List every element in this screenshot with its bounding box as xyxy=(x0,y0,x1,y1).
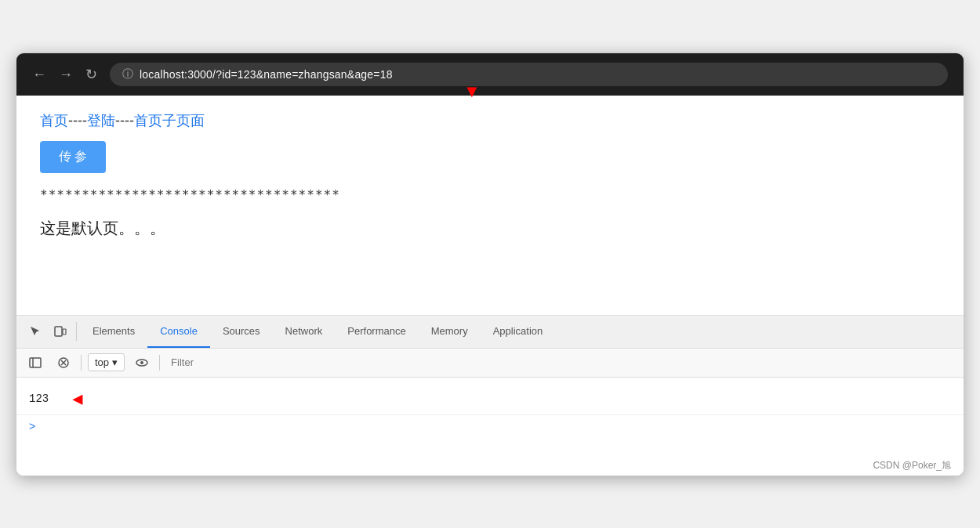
console-prompt-row[interactable]: > xyxy=(16,415,964,437)
svg-rect-0 xyxy=(55,327,62,336)
console-separator-1 xyxy=(81,355,82,371)
sidebar-icon xyxy=(29,356,42,369)
nav-sep-2: ---- xyxy=(115,113,134,128)
tab-sources[interactable]: Sources xyxy=(210,316,273,348)
console-value-row: 123 ◀ xyxy=(16,384,964,415)
tab-network[interactable]: Network xyxy=(273,316,336,348)
default-page-text: 这是默认页。。。 xyxy=(40,218,940,239)
tab-console[interactable]: Console xyxy=(147,316,210,348)
chuancan-button[interactable]: 传 参 xyxy=(40,141,106,173)
nav-links: 首页----登陆----首页子页面 xyxy=(40,111,940,130)
sidebar-toggle-button[interactable] xyxy=(24,353,46,372)
cursor-icon xyxy=(29,325,42,338)
url-text: localhost:3000/?id=123&name=zhangsan&age… xyxy=(140,68,393,81)
clear-icon xyxy=(57,356,70,369)
subpage-link[interactable]: 首页子页面 xyxy=(134,113,205,128)
devtools-separator-1 xyxy=(76,322,77,341)
home-link[interactable]: 首页 xyxy=(40,113,68,128)
eye-icon-button[interactable] xyxy=(131,353,153,372)
top-label: top xyxy=(95,356,109,368)
devtools-panel: Elements Console Sources Network Perform… xyxy=(16,315,964,476)
console-toolbar: top ▾ xyxy=(16,349,964,378)
page-content: ▼ 首页----登陆----首页子页面 传 参 ****************… xyxy=(16,96,964,315)
dropdown-arrow: ▾ xyxy=(112,356,118,368)
prompt-symbol: > xyxy=(29,420,35,432)
red-arrow-icon: ◀ xyxy=(72,389,82,410)
console-separator-2 xyxy=(159,355,160,371)
back-button[interactable]: ← xyxy=(32,67,46,81)
login-link[interactable]: 登陆 xyxy=(87,113,115,128)
svg-rect-1 xyxy=(63,329,66,335)
watermark: CSDN @Poker_旭 xyxy=(16,456,964,476)
tab-performance[interactable]: Performance xyxy=(335,316,418,348)
filter-input[interactable] xyxy=(166,355,956,370)
svg-rect-2 xyxy=(30,358,41,367)
tab-application[interactable]: Application xyxy=(481,316,556,348)
top-dropdown[interactable]: top ▾ xyxy=(88,353,125,371)
address-bar: ← → ↻ ⓘ localhost:3000/?id=123&name=zhan… xyxy=(16,53,964,96)
tab-memory[interactable]: Memory xyxy=(419,316,481,348)
url-bar[interactable]: ⓘ localhost:3000/?id=123&name=zhangsan&a… xyxy=(110,63,948,86)
nav-sep-1: ---- xyxy=(68,113,87,128)
reload-button[interactable]: ↻ xyxy=(85,67,97,81)
clear-console-button[interactable] xyxy=(53,353,74,372)
info-icon: ⓘ xyxy=(122,67,133,81)
devtools-tabs: Elements Console Sources Network Perform… xyxy=(16,316,964,349)
tab-elements[interactable]: Elements xyxy=(80,316,147,348)
browser-window: ← → ↻ ⓘ localhost:3000/?id=123&name=zhan… xyxy=(16,52,964,476)
svg-point-8 xyxy=(140,361,143,364)
stars-line: ************************************ xyxy=(40,187,940,202)
device-icon xyxy=(54,325,67,338)
forward-button[interactable]: → xyxy=(59,67,73,81)
eye-icon xyxy=(136,356,148,369)
inspect-icon-button[interactable] xyxy=(23,317,48,345)
console-value-text: 123 xyxy=(29,392,49,405)
console-output: 123 ◀ > xyxy=(16,378,964,456)
device-toolbar-button[interactable] xyxy=(48,317,73,345)
